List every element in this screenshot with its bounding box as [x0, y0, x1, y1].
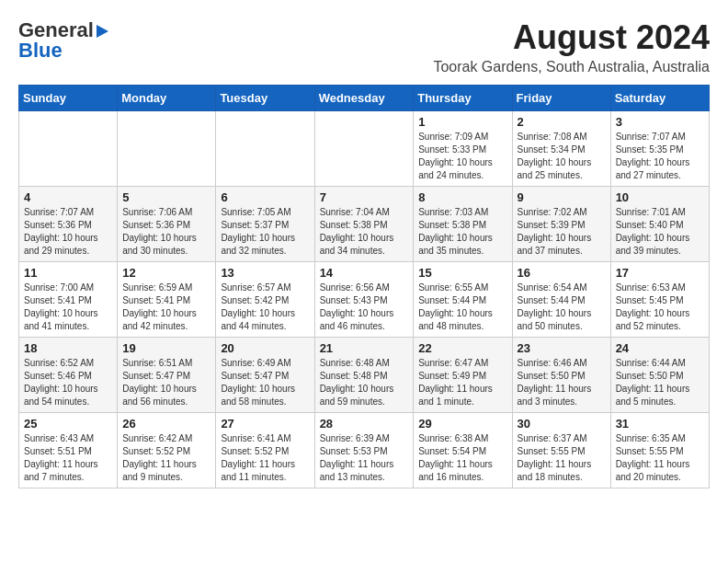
calendar-week-row: 11Sunrise: 7:00 AMSunset: 5:41 PMDayligh… [19, 262, 710, 338]
calendar-cell: 3Sunrise: 7:07 AMSunset: 5:35 PMDaylight… [610, 111, 709, 187]
day-number: 29 [418, 417, 506, 431]
cell-info: Sunrise: 7:05 AMSunset: 5:37 PMDaylight:… [221, 207, 295, 256]
day-number: 12 [122, 266, 210, 280]
calendar-week-row: 1Sunrise: 7:09 AMSunset: 5:33 PMDaylight… [19, 111, 710, 187]
calendar-cell: 22Sunrise: 6:47 AMSunset: 5:49 PMDayligh… [414, 338, 512, 413]
day-number: 6 [221, 190, 309, 204]
weekday-header-friday: Friday [512, 86, 610, 111]
cell-info: Sunrise: 7:03 AMSunset: 5:38 PMDaylight:… [418, 207, 493, 256]
calendar-cell: 16Sunrise: 6:54 AMSunset: 5:44 PMDayligh… [512, 262, 610, 338]
weekday-header-saturday: Saturday [610, 86, 709, 111]
cell-info: Sunrise: 7:08 AMSunset: 5:34 PMDaylight:… [518, 132, 592, 180]
calendar-cell: 25Sunrise: 6:43 AMSunset: 5:51 PMDayligh… [19, 413, 118, 488]
calendar-cell: 4Sunrise: 7:07 AMSunset: 5:36 PMDaylight… [19, 187, 118, 262]
cell-info: Sunrise: 7:00 AMSunset: 5:41 PMDaylight:… [24, 282, 98, 331]
day-number: 5 [122, 190, 210, 204]
weekday-header-sunday: Sunday [19, 86, 118, 111]
weekday-header-wednesday: Wednesday [314, 86, 414, 111]
day-number: 9 [518, 190, 606, 204]
calendar-cell: 18Sunrise: 6:52 AMSunset: 5:46 PMDayligh… [19, 338, 118, 413]
cell-info: Sunrise: 6:56 AMSunset: 5:43 PMDaylight:… [320, 282, 394, 331]
cell-info: Sunrise: 6:51 AMSunset: 5:47 PMDaylight:… [122, 358, 197, 407]
day-number: 11 [24, 266, 112, 280]
day-number: 23 [518, 341, 606, 355]
day-number: 10 [616, 190, 704, 204]
calendar-cell: 11Sunrise: 7:00 AMSunset: 5:41 PMDayligh… [19, 262, 118, 338]
page-header: General Blue August 2024 Toorak Gardens,… [18, 18, 710, 75]
calendar-week-row: 18Sunrise: 6:52 AMSunset: 5:46 PMDayligh… [19, 338, 710, 413]
cell-info: Sunrise: 6:52 AMSunset: 5:46 PMDaylight:… [24, 358, 98, 407]
calendar-cell: 2Sunrise: 7:08 AMSunset: 5:34 PMDaylight… [512, 111, 610, 187]
day-number: 15 [418, 266, 506, 280]
weekday-header-thursday: Thursday [414, 86, 512, 111]
calendar-week-row: 25Sunrise: 6:43 AMSunset: 5:51 PMDayligh… [19, 413, 710, 488]
calendar-cell: 23Sunrise: 6:46 AMSunset: 5:50 PMDayligh… [512, 338, 610, 413]
subtitle: Toorak Gardens, South Australia, Austral… [433, 59, 710, 75]
cell-info: Sunrise: 6:59 AMSunset: 5:41 PMDaylight:… [122, 282, 197, 331]
day-number: 27 [221, 417, 309, 431]
logo-blue: Blue [18, 39, 63, 63]
cell-info: Sunrise: 6:35 AMSunset: 5:55 PMDaylight:… [616, 433, 690, 482]
cell-info: Sunrise: 6:48 AMSunset: 5:48 PMDaylight:… [320, 358, 394, 407]
cell-info: Sunrise: 6:44 AMSunset: 5:50 PMDaylight:… [616, 358, 690, 407]
cell-info: Sunrise: 7:07 AMSunset: 5:36 PMDaylight:… [24, 207, 98, 256]
day-number: 30 [518, 417, 606, 431]
calendar-cell: 31Sunrise: 6:35 AMSunset: 5:55 PMDayligh… [610, 413, 709, 488]
cell-info: Sunrise: 6:57 AMSunset: 5:42 PMDaylight:… [221, 282, 295, 331]
calendar-cell: 6Sunrise: 7:05 AMSunset: 5:37 PMDaylight… [216, 187, 314, 262]
cell-info: Sunrise: 7:07 AMSunset: 5:35 PMDaylight:… [616, 132, 690, 180]
calendar-cell [314, 111, 414, 187]
calendar-cell: 26Sunrise: 6:42 AMSunset: 5:52 PMDayligh… [118, 413, 216, 488]
cell-info: Sunrise: 6:39 AMSunset: 5:53 PMDaylight:… [320, 433, 394, 482]
cell-info: Sunrise: 7:06 AMSunset: 5:36 PMDaylight:… [122, 207, 197, 256]
day-number: 7 [320, 190, 409, 204]
cell-info: Sunrise: 6:46 AMSunset: 5:50 PMDaylight:… [518, 358, 592, 407]
day-number: 19 [122, 341, 210, 355]
cell-info: Sunrise: 7:02 AMSunset: 5:39 PMDaylight:… [518, 207, 592, 256]
day-number: 18 [24, 341, 112, 355]
calendar-cell: 7Sunrise: 7:04 AMSunset: 5:38 PMDaylight… [314, 187, 414, 262]
day-number: 1 [418, 115, 506, 129]
day-number: 8 [418, 190, 506, 204]
cell-info: Sunrise: 6:37 AMSunset: 5:55 PMDaylight:… [518, 433, 592, 482]
day-number: 25 [24, 417, 112, 431]
calendar-cell: 10Sunrise: 7:01 AMSunset: 5:40 PMDayligh… [610, 187, 709, 262]
calendar-cell: 13Sunrise: 6:57 AMSunset: 5:42 PMDayligh… [216, 262, 314, 338]
weekday-header-tuesday: Tuesday [216, 86, 314, 111]
calendar-cell: 9Sunrise: 7:02 AMSunset: 5:39 PMDaylight… [512, 187, 610, 262]
calendar-cell: 14Sunrise: 6:56 AMSunset: 5:43 PMDayligh… [314, 262, 414, 338]
calendar-cell [216, 111, 314, 187]
logo-arrow-icon [97, 25, 108, 38]
calendar-cell: 28Sunrise: 6:39 AMSunset: 5:53 PMDayligh… [314, 413, 414, 488]
cell-info: Sunrise: 6:43 AMSunset: 5:51 PMDaylight:… [24, 433, 98, 482]
calendar-cell: 30Sunrise: 6:37 AMSunset: 5:55 PMDayligh… [512, 413, 610, 488]
calendar-cell: 19Sunrise: 6:51 AMSunset: 5:47 PMDayligh… [118, 338, 216, 413]
day-number: 22 [418, 341, 506, 355]
day-number: 14 [320, 266, 409, 280]
calendar-cell [118, 111, 216, 187]
day-number: 24 [616, 341, 704, 355]
calendar-cell: 15Sunrise: 6:55 AMSunset: 5:44 PMDayligh… [414, 262, 512, 338]
cell-info: Sunrise: 6:47 AMSunset: 5:49 PMDaylight:… [418, 358, 493, 407]
cell-info: Sunrise: 6:49 AMSunset: 5:47 PMDaylight:… [221, 358, 295, 407]
day-number: 28 [320, 417, 409, 431]
cell-info: Sunrise: 7:09 AMSunset: 5:33 PMDaylight:… [418, 132, 493, 180]
cell-info: Sunrise: 7:01 AMSunset: 5:40 PMDaylight:… [616, 207, 690, 256]
weekday-header-monday: Monday [118, 86, 216, 111]
logo: General Blue [18, 18, 108, 63]
calendar-cell: 27Sunrise: 6:41 AMSunset: 5:52 PMDayligh… [216, 413, 314, 488]
calendar-cell: 24Sunrise: 6:44 AMSunset: 5:50 PMDayligh… [610, 338, 709, 413]
day-number: 4 [24, 190, 112, 204]
day-number: 20 [221, 341, 309, 355]
cell-info: Sunrise: 6:54 AMSunset: 5:44 PMDaylight:… [518, 282, 592, 331]
day-number: 17 [616, 266, 704, 280]
calendar-cell: 17Sunrise: 6:53 AMSunset: 5:45 PMDayligh… [610, 262, 709, 338]
day-number: 3 [616, 115, 704, 129]
day-number: 21 [320, 341, 409, 355]
main-title: August 2024 [433, 18, 710, 57]
calendar-table: SundayMondayTuesdayWednesdayThursdayFrid… [18, 85, 710, 488]
calendar-cell: 21Sunrise: 6:48 AMSunset: 5:48 PMDayligh… [314, 338, 414, 413]
cell-info: Sunrise: 6:55 AMSunset: 5:44 PMDaylight:… [418, 282, 493, 331]
title-block: August 2024 Toorak Gardens, South Austra… [433, 18, 710, 75]
day-number: 2 [518, 115, 606, 129]
